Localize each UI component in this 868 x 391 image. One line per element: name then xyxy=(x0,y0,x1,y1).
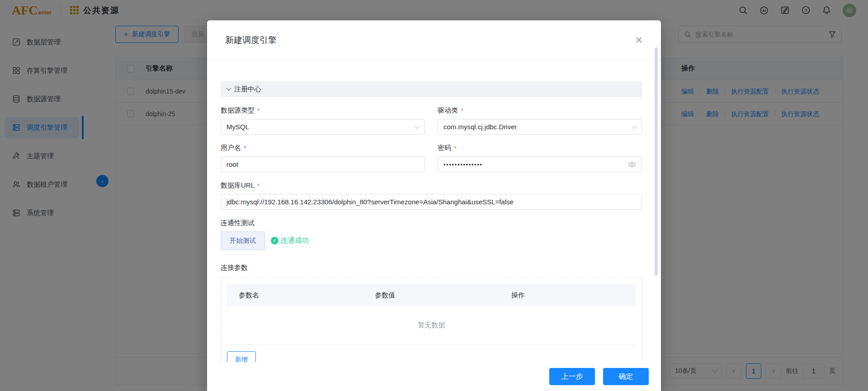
datasource-type-label: 数据源类型 * xyxy=(221,106,425,115)
connectivity-status: ✓ 连通成功 xyxy=(271,236,309,245)
check-circle-icon: ✓ xyxy=(271,237,278,245)
password-field-wrap xyxy=(438,156,642,172)
empty-state-text: 暂无数据 xyxy=(227,306,636,345)
required-mark: * xyxy=(257,182,260,189)
required-mark: * xyxy=(257,107,260,114)
param-value-header: 参数值 xyxy=(363,291,499,300)
eye-icon[interactable] xyxy=(628,160,636,169)
param-actions-header: 操作 xyxy=(500,291,636,300)
modal-header: 新建调度引擎 ✕ xyxy=(207,20,661,60)
datasource-type-value: MySQL xyxy=(226,123,249,131)
modal-footer: 上一步 确定 xyxy=(207,362,661,391)
db-url-field[interactable] xyxy=(226,198,636,206)
driver-class-value: com.mysql.cj.jdbc.Driver xyxy=(443,123,517,131)
datasource-type-select[interactable]: MySQL xyxy=(221,119,425,135)
username-label: 用户名 * xyxy=(221,144,425,152)
modal-body: 注册中心 数据源类型 * MySQL 驱动类 * com.mysql xyxy=(207,61,661,391)
chevron-down-icon xyxy=(632,123,637,128)
connection-params-label: 连接参数 xyxy=(221,264,642,272)
params-header-row: 参数名 参数值 操作 xyxy=(227,284,636,306)
modal-title: 新建调度引擎 xyxy=(225,34,277,46)
db-url-field-wrap xyxy=(221,194,642,210)
chevron-down-icon xyxy=(415,123,420,128)
param-name-header: 参数名 xyxy=(227,291,363,300)
new-engine-modal: 新建调度引擎 ✕ 注册中心 数据源类型 * MySQL 驱动类 * xyxy=(207,20,661,391)
password-label: 密码 * xyxy=(438,144,642,152)
modal-scrollbar[interactable] xyxy=(655,47,658,276)
username-field-wrap xyxy=(221,156,425,172)
registry-section-header[interactable]: 注册中心 xyxy=(221,81,642,97)
required-mark: * xyxy=(244,144,246,152)
driver-class-select[interactable]: com.mysql.cj.jdbc.Driver xyxy=(438,119,642,135)
chevron-down-icon xyxy=(226,85,231,90)
required-mark: * xyxy=(461,107,463,114)
registry-section-label: 注册中心 xyxy=(234,85,261,94)
required-mark: * xyxy=(454,144,457,152)
start-test-button[interactable]: 开始测试 xyxy=(221,231,265,250)
db-url-label: 数据库URL * xyxy=(221,181,642,190)
driver-class-label: 驱动类 * xyxy=(438,106,642,115)
connectivity-status-text: 连通成功 xyxy=(281,236,309,245)
confirm-button[interactable]: 确定 xyxy=(603,368,649,385)
password-field[interactable] xyxy=(443,161,624,168)
previous-step-button[interactable]: 上一步 xyxy=(549,368,595,385)
close-icon[interactable]: ✕ xyxy=(635,35,643,45)
username-field[interactable] xyxy=(226,160,419,168)
connectivity-label: 连通性测试 xyxy=(221,219,642,227)
